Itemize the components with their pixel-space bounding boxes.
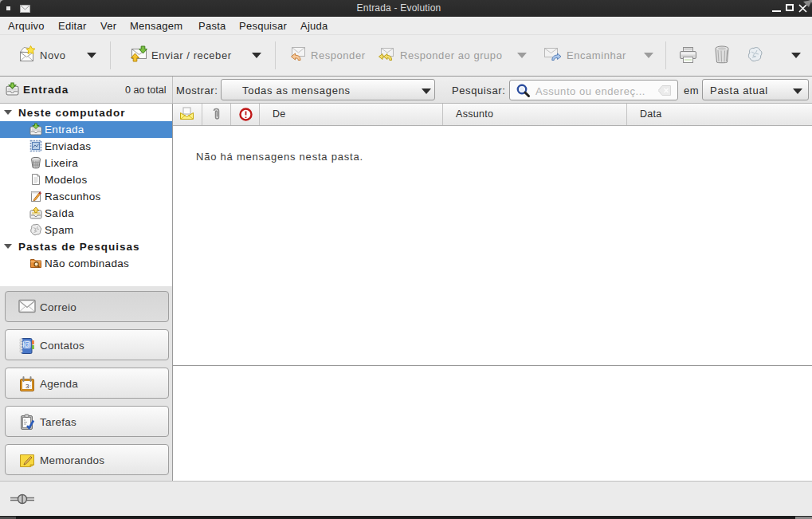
svg-text:@: @ [23, 340, 30, 348]
svg-text:3: 3 [25, 383, 29, 390]
